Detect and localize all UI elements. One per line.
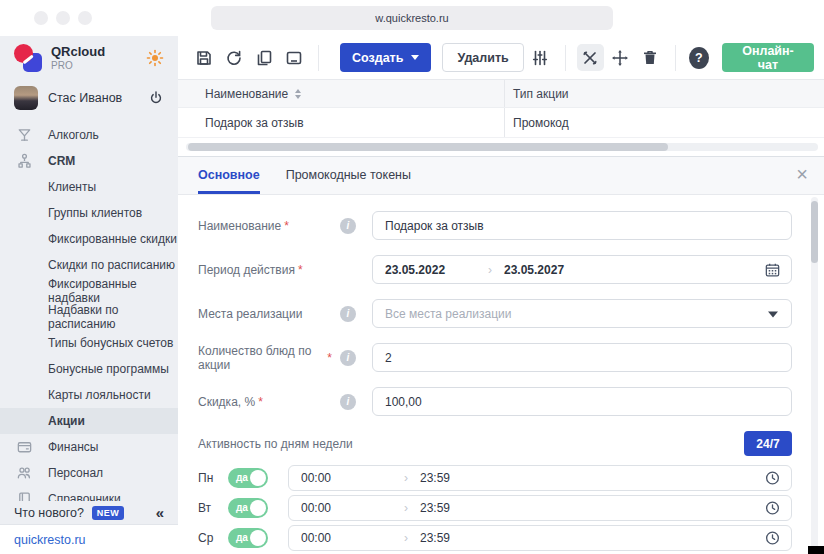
field-label: Места реализации <box>198 307 302 321</box>
clock-icon[interactable] <box>764 470 781 487</box>
time-range-input[interactable]: 00:00 › 23:59 <box>288 495 792 521</box>
sort-icon[interactable] <box>295 89 301 99</box>
sidebar-item-loyalty-cards[interactable]: Карты лояльности <box>0 382 178 408</box>
date-to[interactable]: 23.05.2027 <box>504 263 564 277</box>
time-to[interactable]: 23:59 <box>420 501 450 515</box>
field-label: Скидка, % <box>198 395 255 409</box>
trash-icon[interactable] <box>637 44 664 71</box>
cell-name: Подарок за отзыв <box>178 108 505 137</box>
toggle-knob <box>250 500 266 516</box>
sidebar-item-clients[interactable]: Клиенты <box>0 174 178 200</box>
column-header-type[interactable]: Тип акции <box>505 80 824 107</box>
discount-input[interactable]: 100,00 <box>372 387 792 416</box>
date-from[interactable]: 23.05.2022 <box>385 263 488 277</box>
day-toggle[interactable]: да <box>228 528 268 548</box>
qrcloud-logo <box>14 44 42 72</box>
info-icon[interactable]: i <box>340 394 356 410</box>
app-name: QRcloud <box>51 45 105 59</box>
create-button-label: Создать <box>352 51 403 65</box>
window-dot[interactable] <box>34 11 48 25</box>
required-mark: * <box>298 263 303 277</box>
sidebar-item-promotions[interactable]: Акции <box>0 408 178 434</box>
sidebar-item-label: Бонусные программы <box>48 362 169 376</box>
url-text: w.quickresto.ru <box>375 12 448 24</box>
sidebar-item-crm[interactable]: CRM <box>0 148 178 174</box>
period-range-input[interactable]: 23.05.2022 › 23.05.2027 <box>372 255 792 284</box>
copy-icon[interactable] <box>250 44 277 71</box>
cocktail-icon <box>16 127 33 144</box>
tab-main[interactable]: Основное <box>198 168 260 194</box>
sidebar-item-label: Карты лояльности <box>48 388 151 402</box>
form-row-discount: Скидка, % * i 100,00 <box>198 387 792 416</box>
day-label: Ср <box>198 531 228 545</box>
refresh-icon[interactable] <box>220 44 247 71</box>
sidebar-item-staff[interactable]: Персонал <box>0 460 178 486</box>
calendar-icon[interactable] <box>764 261 781 278</box>
avatar <box>14 86 38 110</box>
time-from[interactable]: 00:00 <box>301 501 404 515</box>
delete-button[interactable]: Удалить <box>442 43 523 72</box>
time-range-input[interactable]: 00:00 › 23:59 <box>288 465 792 491</box>
save-icon[interactable] <box>190 44 217 71</box>
field-label: Количество блюд по акции <box>198 344 324 372</box>
info-icon[interactable]: i <box>340 350 356 366</box>
time-to[interactable]: 23:59 <box>420 471 450 485</box>
sidebar-item-alcohol[interactable]: Алкоголь <box>0 122 178 148</box>
display-icon[interactable] <box>280 44 307 71</box>
all-day-button[interactable]: 24/7 <box>744 431 792 456</box>
info-icon[interactable]: i <box>340 218 356 234</box>
cell-type: Промокод <box>505 108 824 137</box>
clock-icon[interactable] <box>764 500 781 517</box>
user-row[interactable]: Стас Иванов <box>0 80 178 116</box>
collapse-sidebar-icon[interactable]: « <box>156 505 164 520</box>
info-icon[interactable]: i <box>340 306 356 322</box>
close-icon[interactable]: × <box>796 164 808 184</box>
tab-promo-tokens[interactable]: Промокодные токены <box>286 168 411 194</box>
address-bar[interactable]: w.quickresto.ru <box>211 6 613 30</box>
time-range-input[interactable]: 00:00 › 23:59 <box>288 525 792 551</box>
chevron-down-icon[interactable] <box>768 311 778 317</box>
places-select[interactable]: Все места реализации <box>372 299 792 328</box>
range-separator: › <box>488 263 492 277</box>
sidebar-item-label: Типы бонусных счетов <box>48 336 173 350</box>
time-from[interactable]: 00:00 <box>301 531 404 545</box>
column-header-name[interactable]: Наименование <box>178 80 505 107</box>
theme-sun-icon[interactable] <box>146 49 164 67</box>
sidebar-item-fixed-discounts[interactable]: Фиксированные скидки <box>0 226 178 252</box>
dish-count-input[interactable]: 2 <box>372 343 792 372</box>
sidebar-item-client-groups[interactable]: Группы клиентов <box>0 200 178 226</box>
browser-chrome: w.quickresto.ru <box>0 0 824 36</box>
name-input[interactable]: Подарок за отзыв <box>372 211 792 240</box>
vscroll-thumb[interactable] <box>811 201 818 263</box>
day-toggle[interactable]: да <box>228 468 268 488</box>
table-row[interactable]: Подарок за отзыв Промокод <box>178 108 824 138</box>
help-icon[interactable]: ? <box>689 47 709 69</box>
move-icon[interactable] <box>607 44 634 71</box>
sidebar-item-bonus-account-types[interactable]: Типы бонусных счетов <box>0 330 178 356</box>
sidebar-item-fixed-markups[interactable]: Фиксированные надбавки <box>0 278 178 304</box>
whats-new-link[interactable]: Что нового? <box>14 506 84 520</box>
sidebar-item-scheduled-discounts[interactable]: Скидки по расписанию <box>0 252 178 278</box>
sidebar-item-scheduled-markups[interactable]: Надбавки по расписанию <box>0 304 178 330</box>
site-strip: quickresto.ru <box>0 524 178 554</box>
day-toggle[interactable]: да <box>228 498 268 518</box>
form-row-period: Период действия * 23.05.2022 › 23.05.202… <box>198 255 792 284</box>
time-from[interactable]: 00:00 <box>301 471 404 485</box>
quickresto-link[interactable]: quickresto.ru <box>14 533 86 547</box>
online-chat-button[interactable]: Онлайн-чат <box>722 43 814 72</box>
window-dot[interactable] <box>56 11 70 25</box>
tools-icon[interactable] <box>577 44 604 71</box>
logout-power-icon[interactable] <box>148 90 164 106</box>
hscroll-thumb[interactable] <box>188 143 668 151</box>
sidebar-item-finance[interactable]: Финансы <box>0 434 178 460</box>
delete-button-label: Удалить <box>457 51 508 65</box>
range-separator: › <box>404 471 408 485</box>
sidebar-item-bonus-programs[interactable]: Бонусные программы <box>0 356 178 382</box>
time-to[interactable]: 23:59 <box>420 531 450 545</box>
toolbar: Создать Удалить <box>178 36 824 80</box>
create-button[interactable]: Создать <box>340 43 431 72</box>
clock-icon[interactable] <box>764 530 781 547</box>
filters-sliders-icon[interactable] <box>527 44 554 71</box>
field-label: Наименование <box>198 219 281 233</box>
window-dot[interactable] <box>78 11 92 25</box>
